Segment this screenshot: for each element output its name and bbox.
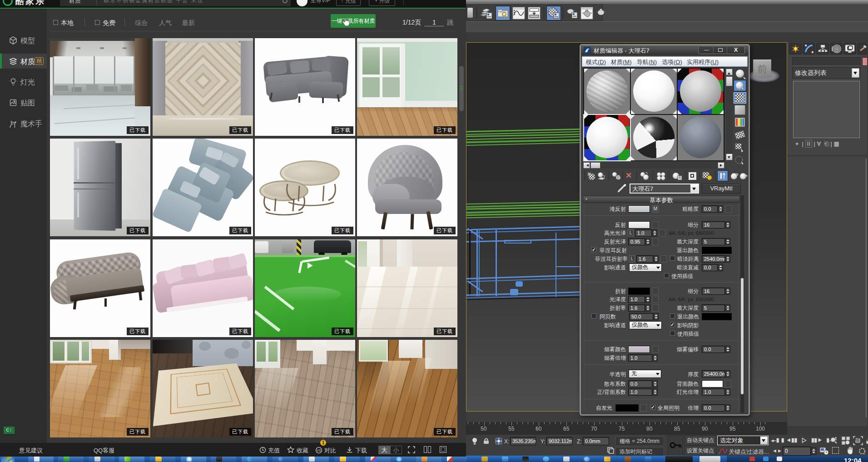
svg-text:VS: VS (317, 449, 321, 452)
